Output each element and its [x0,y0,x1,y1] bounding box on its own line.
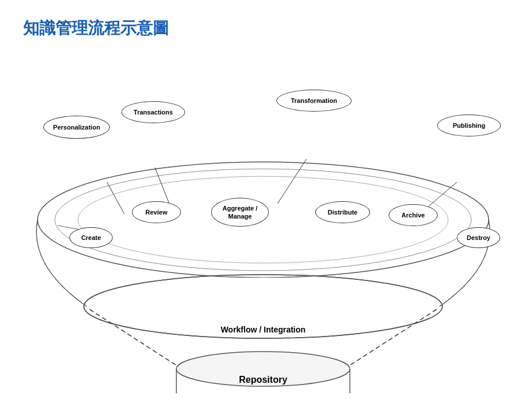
diagram: Repository Workflow / Integration Person… [0,52,532,393]
transformation-label: Transformation [276,90,352,112]
archive-label: Archive [389,204,438,226]
distribute-label: Distribute [315,201,370,223]
svg-line-17 [278,159,306,204]
aggregate-manage-label: Aggregate / Manage [211,198,269,227]
destroy-label: Destroy [457,227,500,248]
page-title: 知識管理流程示意圖 [23,17,169,39]
personalization-label: Personalization [43,116,110,139]
publishing-label: Publishing [437,114,501,136]
transactions-label: Transactions [121,101,185,123]
svg-text:Workflow / Integration: Workflow / Integration [221,325,306,334]
svg-line-15 [107,182,124,214]
svg-text:Repository: Repository [239,375,287,385]
review-label: Review [132,201,181,223]
create-label: Create [69,227,113,248]
